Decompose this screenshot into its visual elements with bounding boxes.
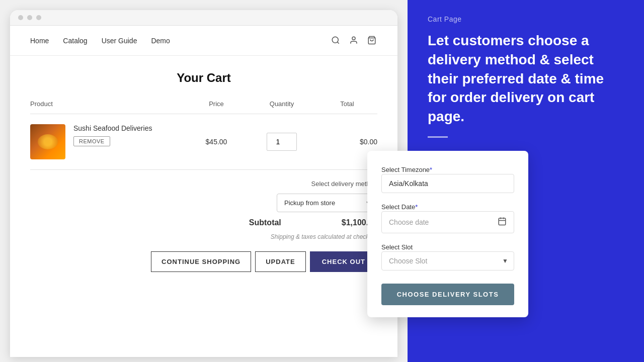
description-divider: [428, 136, 448, 138]
delivery-panel: Select Timezone* Select Date* Choose dat…: [367, 151, 528, 317]
cart-icon[interactable]: [367, 36, 377, 46]
browser-dot-2: [27, 15, 32, 20]
user-icon[interactable]: [349, 36, 359, 46]
timezone-input[interactable]: [381, 174, 514, 193]
cart-item-total: $0.00: [317, 138, 377, 146]
navigation: Home Catalog User Guide Demo: [10, 26, 397, 56]
subtotal-row: Subtotal $1,100.00: [249, 218, 377, 227]
nav-link-catalog[interactable]: Catalog: [63, 37, 87, 45]
cart-item-price: $45.00: [186, 138, 247, 146]
cart-item: Sushi Seafood Deliveries REMOVE $45.00 $…: [30, 114, 377, 170]
delivery-section: Select delivery method Pickup from store…: [30, 180, 377, 272]
right-panel: Cart Page Let customers choose a deliver…: [408, 0, 644, 362]
browser-toolbar: [10, 10, 397, 26]
slot-field-group: Select Slot Choose Slot Morning Afternoo…: [381, 242, 514, 270]
cart-page-description: Let customers choose a delivery method &…: [428, 31, 624, 126]
browser-content: Home Catalog User Guide Demo: [10, 26, 397, 352]
slot-select-wrapper: Choose Slot Morning Afternoon Evening ▼: [381, 251, 514, 270]
cart-page-tag: Cart Page: [428, 15, 624, 23]
cart-content: Your Cart Product Price Quantity Total S…: [10, 56, 397, 282]
cart-title: Your Cart: [30, 71, 377, 85]
svg-line-1: [337, 42, 339, 43]
header-price: Price: [186, 100, 247, 108]
svg-rect-4: [499, 218, 506, 225]
header-total: Total: [317, 100, 377, 108]
date-placeholder: Choose date: [389, 218, 429, 226]
cart-actions: CONTINUE SHOPPING UPDATE CHECK OUT: [151, 251, 377, 272]
remove-button[interactable]: REMOVE: [73, 136, 110, 146]
timezone-required-star: *: [430, 166, 432, 173]
date-label: Select Date*: [381, 203, 418, 211]
slot-label: Select Slot: [381, 243, 413, 251]
delivery-select-wrapper: Pickup from store Home Delivery ▼: [277, 194, 377, 212]
continue-shopping-button[interactable]: CONTINUE SHOPPING: [151, 251, 251, 272]
quantity-input[interactable]: [267, 133, 297, 151]
choose-delivery-slots-button[interactable]: CHOOSE DELIVERY SLOTS: [381, 284, 514, 305]
browser-window: Home Catalog User Guide Demo: [10, 10, 397, 357]
date-input[interactable]: Choose date: [381, 211, 514, 233]
calendar-icon: [498, 217, 507, 228]
header-quantity: Quantity: [247, 100, 317, 108]
product-image: [30, 124, 65, 159]
search-icon[interactable]: [331, 36, 341, 46]
nav-link-demo[interactable]: Demo: [151, 37, 170, 45]
browser-dot-1: [18, 15, 23, 20]
subtotal-label: Subtotal: [249, 218, 281, 227]
header-product: Product: [30, 100, 186, 108]
delivery-method-select[interactable]: Pickup from store Home Delivery: [277, 194, 377, 212]
svg-point-0: [332, 37, 338, 43]
svg-point-2: [352, 37, 355, 40]
product-name: Sushi Seafood Deliveries: [73, 124, 152, 132]
cart-item-quantity: [247, 133, 317, 151]
shipping-note: Shipping & taxes calculated at checkout: [271, 233, 377, 240]
nav-link-home[interactable]: Home: [30, 37, 49, 45]
slot-select[interactable]: Choose Slot Morning Afternoon Evening: [381, 251, 514, 270]
update-button[interactable]: UPDATE: [255, 251, 305, 272]
date-required-star: *: [415, 203, 418, 211]
cart-item-product: Sushi Seafood Deliveries REMOVE: [30, 124, 186, 159]
product-info: Sushi Seafood Deliveries REMOVE: [73, 124, 152, 146]
left-panel: Home Catalog User Guide Demo: [0, 0, 408, 362]
nav-links: Home Catalog User Guide Demo: [30, 37, 170, 45]
browser-dot-3: [36, 15, 41, 20]
cart-table-header: Product Price Quantity Total: [30, 100, 377, 114]
nav-icons: [331, 36, 377, 46]
timezone-field-group: Select Timezone*: [381, 165, 514, 193]
timezone-label: Select Timezone*: [381, 166, 432, 173]
nav-link-userguide[interactable]: User Guide: [102, 37, 137, 45]
date-field-group: Select Date* Choose date: [381, 202, 514, 233]
